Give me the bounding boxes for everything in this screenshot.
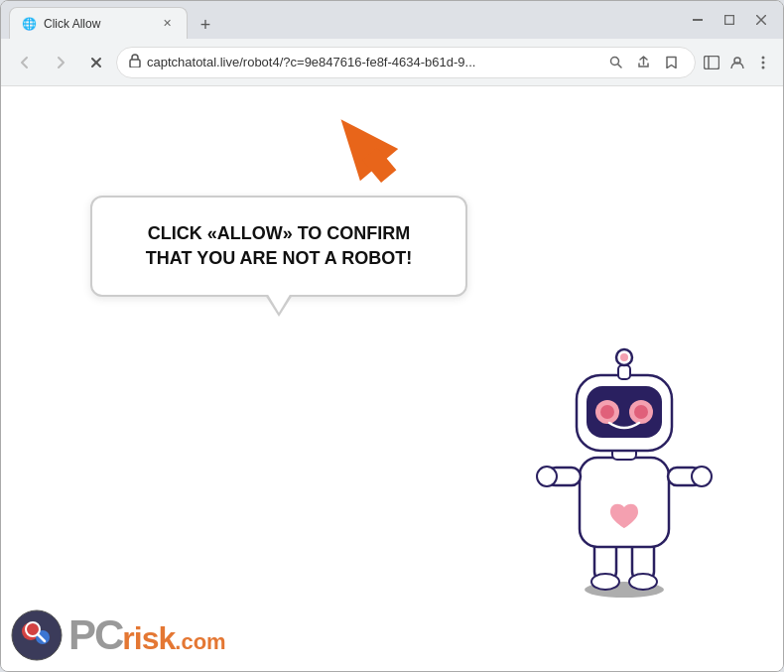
address-bar-icons bbox=[603, 51, 683, 74]
watermark-pc: PC bbox=[68, 614, 122, 656]
toolbar: captchatotal.live/robot4/?c=9e847616-fe8… bbox=[1, 39, 783, 86]
svg-point-37 bbox=[620, 353, 628, 361]
new-tab-button[interactable]: + bbox=[192, 11, 219, 39]
browser-window: 🌐 Click Allow ✕ + bbox=[0, 0, 784, 672]
robot-svg bbox=[525, 314, 723, 602]
menu-icon[interactable] bbox=[751, 51, 775, 74]
tab-favicon: 🌐 bbox=[22, 17, 36, 31]
svg-line-8 bbox=[617, 65, 621, 68]
svg-point-40 bbox=[36, 630, 50, 644]
svg-rect-0 bbox=[693, 19, 703, 21]
svg-rect-1 bbox=[725, 16, 734, 25]
search-icon[interactable] bbox=[603, 51, 627, 74]
page-content: CLICK «ALLOW» TO CONFIRM THAT YOU ARE NO… bbox=[1, 86, 783, 671]
svg-point-22 bbox=[629, 574, 657, 590]
svg-rect-6 bbox=[130, 60, 140, 67]
url-text: captchatotal.live/robot4/?c=9e847616-fe8… bbox=[147, 55, 597, 69]
arrow-container bbox=[309, 96, 418, 200]
tabs-area: 🌐 Click Allow ✕ + bbox=[9, 1, 676, 39]
sidebar-icon[interactable] bbox=[700, 51, 723, 74]
svg-point-33 bbox=[600, 405, 614, 419]
svg-point-13 bbox=[762, 56, 765, 59]
svg-rect-23 bbox=[580, 458, 669, 547]
orange-arrow-svg bbox=[309, 96, 418, 196]
share-icon[interactable] bbox=[631, 51, 655, 74]
bookmark-icon[interactable] bbox=[659, 51, 683, 74]
maximize-button[interactable] bbox=[716, 6, 743, 34]
bubble-text: CLICK «ALLOW» TO CONFIRM THAT YOU ARE NO… bbox=[122, 221, 436, 271]
speech-bubble: CLICK «ALLOW» TO CONFIRM THAT YOU ARE NO… bbox=[90, 196, 467, 297]
lock-icon bbox=[129, 54, 141, 70]
tab-title: Click Allow bbox=[44, 17, 151, 31]
svg-point-26 bbox=[537, 467, 557, 486]
forward-button[interactable] bbox=[45, 47, 76, 78]
back-button[interactable] bbox=[9, 47, 41, 78]
toolbar-right bbox=[700, 51, 775, 74]
minimize-button[interactable] bbox=[684, 6, 712, 34]
address-bar[interactable]: captchatotal.live/robot4/?c=9e847616-fe8… bbox=[116, 47, 696, 78]
svg-point-21 bbox=[591, 574, 619, 590]
title-bar: 🌐 Click Allow ✕ + bbox=[1, 1, 783, 39]
reload-button[interactable] bbox=[80, 47, 112, 78]
svg-marker-9 bbox=[667, 58, 676, 68]
svg-rect-35 bbox=[618, 365, 630, 379]
profile-icon[interactable] bbox=[725, 51, 749, 74]
svg-point-15 bbox=[762, 66, 765, 68]
active-tab[interactable]: 🌐 Click Allow ✕ bbox=[9, 7, 188, 39]
robot-illustration bbox=[525, 314, 723, 592]
close-button[interactable] bbox=[747, 6, 775, 34]
window-controls bbox=[684, 6, 775, 34]
tab-close-button[interactable]: ✕ bbox=[159, 16, 175, 32]
watermark-logo bbox=[11, 609, 63, 661]
svg-point-14 bbox=[762, 61, 765, 64]
watermark-domain: .com bbox=[175, 631, 225, 653]
svg-point-34 bbox=[634, 405, 648, 419]
watermark-brand: PC risk .com bbox=[68, 614, 226, 656]
svg-point-27 bbox=[692, 467, 712, 486]
svg-rect-10 bbox=[705, 56, 719, 68]
watermark-risk: risk bbox=[122, 622, 175, 654]
watermark: PC risk .com bbox=[11, 609, 226, 661]
